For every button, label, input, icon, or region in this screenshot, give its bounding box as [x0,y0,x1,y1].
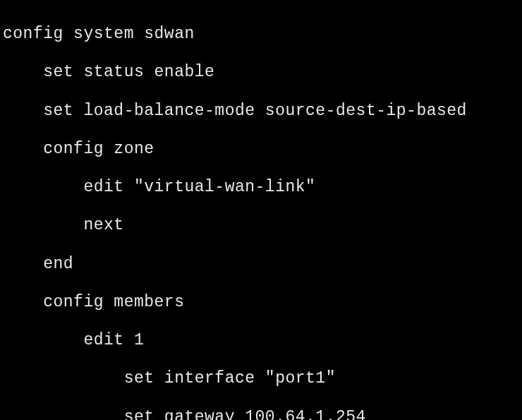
config-line: edit 1 [3,331,519,350]
config-line: set status enable [3,63,519,82]
config-line: set load-balance-mode source-dest-ip-bas… [3,102,519,121]
config-line: end [3,255,519,274]
terminal-output: config system sdwan set status enable se… [3,6,519,420]
config-line: config zone [3,140,519,159]
config-line: set interface "port1" [3,369,519,388]
config-line: config members [3,293,519,312]
config-line: next [3,216,519,235]
config-line: set gateway 100.64.1.254 [3,408,519,420]
config-line: edit "virtual-wan-link" [3,178,519,197]
config-line: config system sdwan [3,25,519,44]
